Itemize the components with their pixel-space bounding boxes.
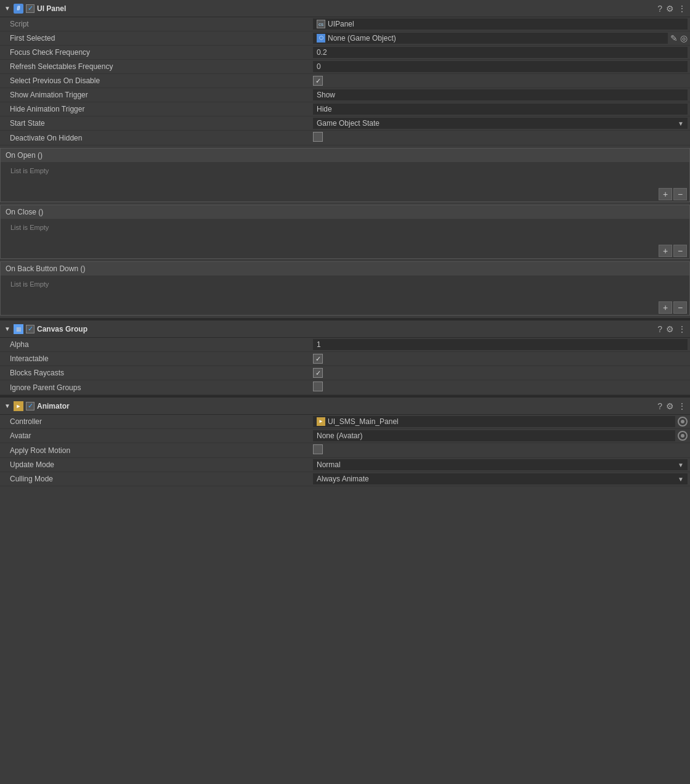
culling-mode-value: Always Animate [317,475,369,483]
canvas-group-enable-checkbox[interactable] [26,325,34,333]
on-back-button-remove-button[interactable]: − [673,301,687,314]
apply-root-motion-label: Apply Root Motion [0,443,310,458]
canvas-group-title: Canvas Group [37,325,87,333]
on-back-button-footer: + − [1,300,689,315]
show-anim-trigger-label: Show Animation Trigger [0,88,310,102]
deactivate-on-hidden-label: Deactivate On Hidden [0,131,310,145]
focus-check-freq-row: Focus Check Frequency 0.2 [0,46,690,60]
culling-mode-dropdown[interactable]: Always Animate ▼ [313,473,688,484]
on-close-add-button[interactable]: + [659,245,672,257]
focus-check-freq-value-cell[interactable]: 0.2 [310,46,690,60]
interactable-row: Interactable [0,352,690,366]
first-selected-edit-icon[interactable]: ✎ [670,33,678,43]
blocks-raycasts-value-cell [310,366,690,380]
on-open-footer: + − [1,187,689,202]
script-value-display[interactable]: cs UIPanel [313,18,688,30]
avatar-target-inner [681,434,684,438]
update-mode-dropdown[interactable]: Normal ▼ [313,459,688,470]
on-close-header: On Close () [1,205,689,219]
alpha-label: Alpha [0,338,310,352]
start-state-dropdown-arrow: ▼ [678,120,684,127]
select-prev-on-disable-checkbox[interactable] [313,76,323,86]
canvas-group-more-icon[interactable]: ⋮ [678,324,686,334]
focus-check-freq-value[interactable]: 0.2 [313,47,688,58]
interactable-checkbox[interactable] [313,354,323,364]
refresh-selectables-row: Refresh Selectables Frequency 0 [0,60,690,74]
blocks-raycasts-checkbox[interactable] [313,368,323,378]
alpha-value-cell[interactable]: 1 [310,338,690,352]
show-anim-trigger-value[interactable]: Show [313,89,688,100]
deactivate-on-hidden-value-cell [310,131,690,145]
on-open-empty-text: List is Empty [10,167,49,174]
interactable-label: Interactable [0,352,310,366]
blocks-raycasts-row: Blocks Raycasts [0,366,690,380]
on-close-remove-button[interactable]: − [673,245,687,257]
animator-icon: ► [14,401,23,411]
alpha-value[interactable]: 1 [313,339,688,350]
animator-enable-checkbox[interactable] [26,402,34,410]
animator-help-icon[interactable]: ? [657,401,662,411]
canvas-group-settings-icon[interactable]: ⚙ [666,324,674,334]
controller-file-icon: ► [317,417,325,426]
update-mode-row: Update Mode Normal ▼ [0,458,690,472]
on-back-button-empty-text: List is Empty [10,280,49,288]
script-row: Script cs UIPanel [0,17,690,31]
first-selected-value[interactable]: ⬡ None (Game Object) [313,33,668,44]
on-back-button-add-button[interactable]: + [659,301,672,314]
animator-header: ▼ ► Animator ? ⚙ ⋮ [0,398,690,415]
show-anim-trigger-value-cell[interactable]: Show [310,88,690,102]
avatar-target-icon[interactable] [678,431,688,441]
on-close-footer: + − [1,243,689,258]
controller-label: Controller [0,415,310,429]
canvas-group-header: ▼ ▦ Canvas Group ? ⚙ ⋮ [0,321,690,338]
hide-anim-trigger-value-cell[interactable]: Hide [310,102,690,116]
update-mode-dropdown-arrow: ▼ [678,462,684,468]
animator-more-icon[interactable]: ⋮ [678,401,686,411]
first-selected-target-icon[interactable]: ◎ [680,33,688,43]
update-mode-value-cell[interactable]: Normal ▼ [310,458,690,472]
start-state-value-cell[interactable]: Game Object State ▼ [310,116,690,131]
on-open-add-button[interactable]: + [659,188,672,200]
canvas-group-grid-icon: ▦ [14,324,23,334]
start-state-dropdown[interactable]: Game Object State ▼ [313,118,688,129]
blocks-raycasts-label: Blocks Raycasts [0,366,310,380]
uipanel-header: ▼ # UI Panel ? ⚙ ⋮ [0,0,690,17]
on-close-empty-text: List is Empty [10,224,49,231]
focus-check-freq-label: Focus Check Frequency [0,46,310,60]
controller-target-icon[interactable] [678,417,688,427]
controller-value[interactable]: ► UI_SMS_Main_Panel [313,416,675,427]
uipanel-more-icon[interactable]: ⋮ [678,4,686,14]
uipanel-help-icon[interactable]: ? [657,4,662,14]
animator-collapse-arrow[interactable]: ▼ [4,402,11,410]
animator-settings-icon[interactable]: ⚙ [666,401,674,411]
alpha-row: Alpha 1 [0,338,690,352]
on-open-remove-button[interactable]: − [673,188,687,200]
script-label: Script [0,17,310,31]
controller-target-inner [681,420,684,423]
canvas-group-collapse-arrow[interactable]: ▼ [4,325,11,333]
hide-anim-trigger-value[interactable]: Hide [313,104,688,115]
uipanel-collapse-arrow[interactable]: ▼ [4,5,11,12]
animator-title: Animator [37,402,70,410]
interactable-value-cell [310,352,690,366]
culling-mode-value-cell[interactable]: Always Animate ▼ [310,472,690,486]
refresh-selectables-value[interactable]: 0 [313,61,688,72]
gameobject-icon: ⬡ [317,34,325,43]
uipanel-enable-checkbox[interactable] [26,4,34,13]
start-state-value: Game Object State [317,119,380,128]
script-value-cell: cs UIPanel [310,17,690,31]
refresh-selectables-value-cell[interactable]: 0 [310,60,690,74]
controller-row: Controller ► UI_SMS_Main_Panel [0,415,690,429]
on-close-section: On Close () List is Empty + − [0,205,690,259]
avatar-value[interactable]: None (Avatar) [313,430,675,441]
ignore-parent-groups-value-cell [310,380,690,395]
uipanel-title: UI Panel [37,4,66,13]
culling-mode-row: Culling Mode Always Animate ▼ [0,472,690,486]
ignore-parent-groups-checkbox[interactable] [313,382,323,391]
animator-properties: Controller ► UI_SMS_Main_Panel Avatar No… [0,415,690,486]
apply-root-motion-checkbox[interactable] [313,444,323,454]
deactivate-on-hidden-checkbox[interactable] [313,132,323,142]
uipanel-settings-icon[interactable]: ⚙ [666,4,674,14]
canvas-group-help-icon[interactable]: ? [657,324,662,334]
on-close-label: On Close () [6,208,43,216]
